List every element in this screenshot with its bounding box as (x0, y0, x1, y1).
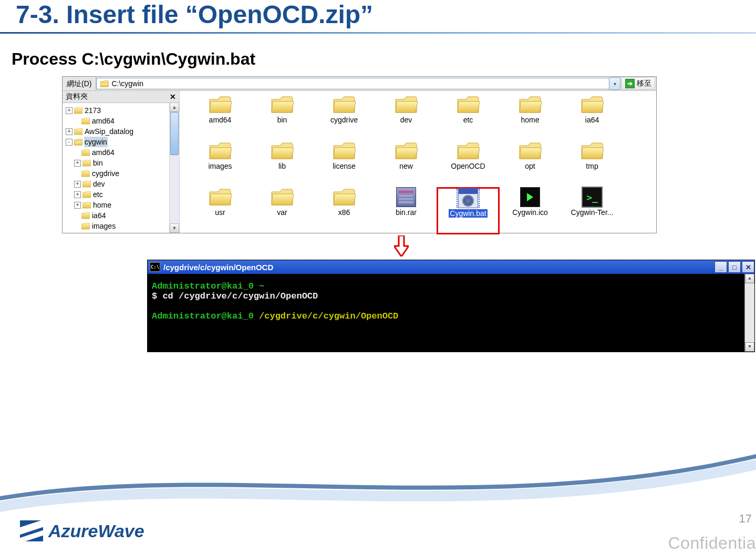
file-item[interactable]: bin (251, 95, 313, 141)
tree-item[interactable]: +dev (66, 179, 179, 189)
tree-item-label: bin (92, 158, 103, 168)
slide-title: 7-3. Insert file “OpenOCD.zip” (16, 0, 756, 29)
archive-icon (395, 188, 418, 207)
file-item[interactable]: etc (437, 95, 499, 141)
tree-spacer (74, 150, 80, 156)
expand-icon[interactable]: + (74, 181, 81, 188)
expand-icon[interactable]: + (66, 128, 73, 135)
file-item[interactable]: ia64 (561, 95, 623, 141)
close-icon[interactable]: ✕ (170, 93, 176, 101)
file-item-label: images (208, 162, 232, 170)
folder-icon (457, 95, 480, 114)
tree-scrollbar[interactable]: ▲ ▼ (169, 102, 179, 233)
tree-item-label: etc (92, 189, 103, 200)
scroll-thumb[interactable] (170, 112, 179, 155)
brand-logo: AzureWave (20, 520, 144, 541)
file-item-label: Cygwin.bat (449, 209, 487, 218)
terminal-body[interactable]: Administrator@kai_0 ~$ cd /cygdrive/c/cy… (148, 274, 754, 352)
folder-icon (333, 188, 356, 207)
file-item-label: Cygwin.ico (512, 208, 548, 217)
cmd-icon: C:\ (150, 262, 160, 272)
tree-item[interactable]: images (66, 221, 179, 231)
file-item[interactable]: x86 (313, 188, 375, 234)
folder-icon (271, 188, 294, 207)
go-label: 移至 (637, 79, 651, 88)
tree-item-label: dev (92, 179, 106, 189)
file-item-label: new (399, 162, 413, 170)
close-button[interactable]: ✕ (742, 261, 754, 273)
address-input[interactable]: C:\cygwin (96, 78, 609, 89)
tree-item-label: 2173 (84, 105, 101, 116)
file-item-label: home (521, 116, 539, 124)
maximize-button[interactable]: □ (728, 261, 741, 273)
folder-icon (209, 141, 232, 160)
file-item[interactable]: Cygwin.bat (437, 188, 499, 234)
go-button[interactable]: ➔ 移至 (622, 77, 655, 90)
file-item[interactable]: var (251, 188, 313, 234)
expand-icon[interactable]: + (74, 202, 81, 209)
batch-file-icon (457, 189, 480, 208)
file-item-label: cygdrive (330, 116, 358, 124)
tree-item[interactable]: amd64 (66, 116, 179, 126)
scroll-down-icon[interactable]: ▼ (745, 342, 754, 352)
folder-tree[interactable]: +2173amd64+AwSip_datalog-cygwinamd64+bin… (63, 103, 179, 231)
folder-icon (519, 95, 542, 114)
scroll-up-icon[interactable]: ▲ (170, 102, 179, 112)
file-item-label: var (277, 208, 287, 217)
file-item[interactable]: lib (251, 141, 313, 188)
file-item[interactable]: opt (499, 141, 561, 188)
tree-item[interactable]: +etc (66, 189, 179, 200)
page-number: 17 (739, 512, 752, 526)
title-divider (0, 32, 756, 34)
file-item-label: opt (525, 162, 535, 170)
expand-icon[interactable]: + (74, 191, 81, 198)
file-item[interactable]: tmp (561, 141, 623, 188)
scroll-up-icon[interactable]: ▲ (745, 274, 754, 283)
address-dropdown[interactable]: ▾ (609, 77, 620, 90)
scroll-track[interactable] (745, 283, 754, 342)
tree-spacer (74, 213, 80, 219)
scroll-track[interactable] (170, 112, 179, 223)
expand-icon[interactable]: + (74, 160, 81, 167)
file-item[interactable]: images (189, 141, 251, 188)
file-item-label: OpenOCD (451, 162, 485, 170)
collapse-icon[interactable]: - (66, 139, 73, 146)
folder-icon (395, 95, 418, 114)
minimize-button[interactable]: _ (714, 261, 727, 273)
slide-subheading: Process C:\cygwin\Cygwin.bat (12, 49, 756, 69)
file-item-label: bin.rar (396, 208, 417, 217)
tree-item-label: amd64 (91, 147, 115, 158)
file-item[interactable]: Cygwin.ico (499, 188, 561, 234)
expand-icon[interactable]: + (66, 107, 73, 114)
folder-tree-pane: 資料夾 ✕ +2173amd64+AwSip_datalog-cygwinamd… (63, 91, 180, 233)
file-icon-view[interactable]: amd64bincygdrivedevetchomeia64imageslibl… (180, 91, 656, 233)
file-item[interactable]: amd64 (189, 95, 251, 141)
terminal-line: Administrator@kai_0 /cygdrive/c/cygwin/O… (152, 311, 752, 321)
file-item[interactable]: license (313, 141, 375, 188)
folder-icon (82, 191, 91, 198)
tree-item[interactable]: -cygwin (66, 137, 179, 147)
scroll-down-icon[interactable]: ▼ (170, 223, 179, 233)
tree-item[interactable]: +AwSip_datalog (66, 126, 179, 137)
tree-item[interactable]: amd64 (66, 147, 179, 158)
file-item[interactable]: dev (375, 95, 437, 141)
tree-item[interactable]: ia64 (66, 210, 179, 221)
folder-icon (271, 141, 294, 160)
tree-item[interactable]: +2173 (66, 105, 179, 116)
file-item[interactable]: usr (189, 188, 251, 234)
terminal-scrollbar[interactable]: ▲ ▼ (744, 274, 754, 352)
file-item-label: ia64 (585, 116, 599, 124)
file-item[interactable]: OpenOCD (437, 141, 499, 188)
file-item[interactable]: cygdrive (313, 95, 375, 141)
file-item[interactable]: >_Cygwin-Ter... (561, 188, 623, 234)
file-item[interactable]: bin.rar (375, 188, 437, 234)
file-item[interactable]: home (499, 95, 561, 141)
folder-icon (209, 95, 232, 114)
tree-item-label: images (91, 221, 116, 231)
tree-item[interactable]: +bin (66, 158, 179, 168)
file-item[interactable]: new (375, 141, 437, 188)
tree-item[interactable]: +home (66, 200, 179, 210)
tree-item[interactable]: cygdrive (66, 168, 179, 179)
tree-spacer (74, 118, 80, 124)
icon-file-icon (519, 188, 542, 207)
